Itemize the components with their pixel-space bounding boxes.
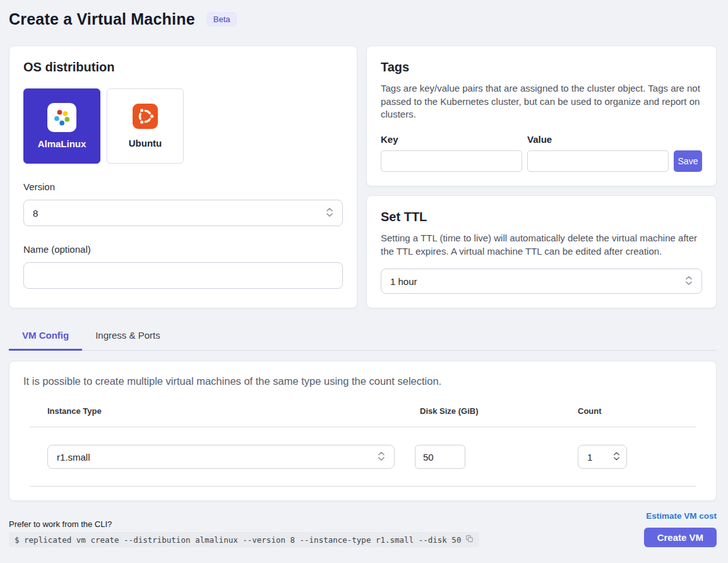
estimate-vm-cost-link[interactable]: Estimate VM cost	[646, 511, 717, 521]
count-value: 1	[587, 452, 592, 463]
tags-description: Tags are key/value pairs that are assign…	[381, 82, 702, 121]
tab-bar: VM Config Ingress & Ports	[9, 322, 717, 351]
chevron-up-down-icon	[685, 275, 693, 288]
cli-area: Prefer to work from the CLI? $ replicate…	[9, 519, 479, 547]
tag-value-input[interactable]	[527, 150, 669, 172]
column-disk-size: Disk Size (GiB)	[420, 406, 578, 416]
column-instance-type: Instance Type	[47, 406, 420, 416]
beta-badge: Beta	[206, 12, 237, 27]
disk-size-input[interactable]	[415, 445, 465, 469]
save-tag-button[interactable]: Save	[674, 150, 702, 172]
ttl-selected-value: 1 hour	[390, 276, 417, 287]
ttl-card-title: Set TTL	[381, 210, 702, 224]
name-input[interactable]	[23, 262, 343, 289]
footer-actions: Estimate VM cost Create VM	[644, 511, 717, 547]
set-ttl-card: Set TTL Setting a TTL (time to live) wil…	[366, 195, 717, 308]
ubuntu-logo-icon	[133, 104, 158, 131]
stepper-chevrons-icon[interactable]	[613, 451, 620, 463]
os-option-almalinux[interactable]: AlmaLinux	[23, 88, 100, 164]
os-options: AlmaLinux	[23, 88, 343, 164]
right-column: Tags Tags are key/value pairs that are a…	[366, 45, 717, 308]
tags-card: Tags Tags are key/value pairs that are a…	[366, 45, 717, 186]
tag-value-label: Value	[527, 134, 669, 145]
vm-table-header: Instance Type Disk Size (GiB) Count	[30, 406, 696, 427]
name-label: Name (optional)	[23, 244, 343, 255]
vm-config-description: It is possible to create multiple virtua…	[23, 375, 702, 387]
tag-key-input[interactable]	[381, 150, 522, 172]
tab-ingress-ports[interactable]: Ingress & Ports	[82, 322, 174, 351]
tag-key-label: Key	[381, 134, 522, 145]
instance-type-selected-value: r1.small	[57, 452, 90, 463]
cli-command-text: $ replicated vm create --distribution al…	[15, 535, 461, 545]
page-title: Create a Virtual Machine	[9, 10, 195, 28]
almalinux-logo-icon	[47, 103, 76, 132]
cli-prompt: Prefer to work from the CLI?	[9, 519, 479, 529]
create-vm-button[interactable]: Create VM	[644, 528, 717, 547]
os-option-label: AlmaLinux	[38, 138, 87, 149]
os-card-title: OS distribution	[23, 60, 343, 75]
tag-key-value-row: Key Value Save	[381, 134, 702, 172]
cli-command-block: $ replicated vm create --distribution al…	[9, 532, 479, 547]
version-label: Version	[23, 181, 343, 192]
version-selected-value: 8	[33, 208, 38, 219]
page-footer: Prefer to work from the CLI? $ replicate…	[9, 511, 717, 547]
ttl-select[interactable]: 1 hour	[381, 269, 702, 294]
os-option-label: Ubuntu	[129, 138, 162, 148]
column-count: Count	[578, 406, 696, 416]
vm-table: Instance Type Disk Size (GiB) Count r1.s…	[30, 406, 696, 487]
os-distribution-card: OS distribution AlmaLinux	[9, 45, 357, 308]
top-cards-grid: OS distribution AlmaLinux	[9, 45, 717, 308]
instance-type-select[interactable]: r1.small	[47, 445, 395, 469]
page-header: Create a Virtual Machine Beta	[9, 9, 717, 28]
tab-vm-config[interactable]: VM Config	[9, 322, 82, 351]
tags-card-title: Tags	[381, 60, 702, 75]
chevron-up-down-icon	[378, 451, 385, 463]
vm-table-row: r1.small 1	[30, 427, 696, 487]
os-option-ubuntu[interactable]: Ubuntu	[107, 88, 184, 164]
vm-config-card: It is possible to create multiple virtua…	[9, 361, 717, 501]
chevron-up-down-icon	[326, 207, 333, 219]
ttl-description: Setting a TTL (time to live) will automa…	[381, 232, 702, 258]
count-stepper[interactable]: 1	[578, 445, 627, 469]
copy-icon[interactable]	[465, 535, 474, 545]
version-select[interactable]: 8	[23, 200, 343, 226]
